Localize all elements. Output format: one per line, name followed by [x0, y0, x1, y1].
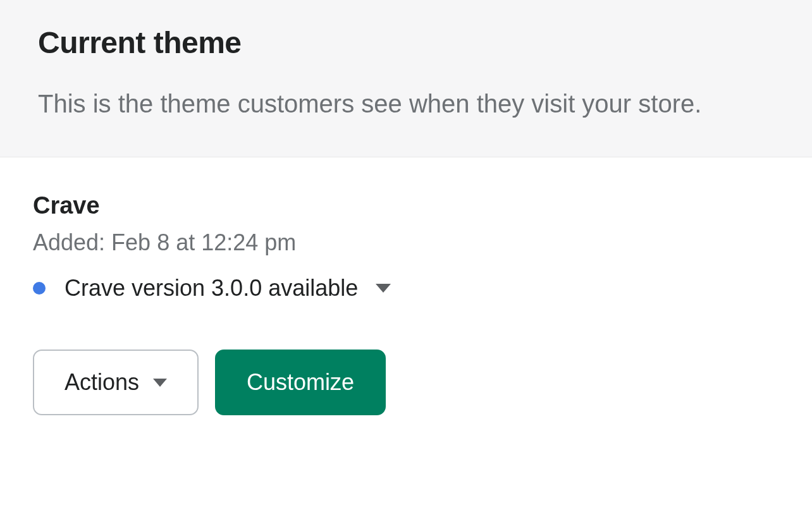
theme-name: Crave — [33, 192, 774, 219]
theme-added-timestamp: Added: Feb 8 at 12:24 pm — [33, 229, 774, 256]
section-subtitle: This is the theme customers see when the… — [38, 85, 774, 122]
actions-button-label: Actions — [65, 369, 139, 396]
caret-down-icon — [376, 284, 391, 293]
version-row: Crave version 3.0.0 available — [33, 275, 774, 301]
section-title: Current theme — [38, 25, 774, 60]
theme-content-section: Crave Added: Feb 8 at 12:24 pm Crave ver… — [0, 157, 812, 441]
status-dot-icon — [33, 282, 46, 295]
customize-button[interactable]: Customize — [215, 350, 386, 415]
actions-button[interactable]: Actions — [33, 350, 199, 415]
version-available-dropdown[interactable]: Crave version 3.0.0 available — [65, 275, 391, 301]
header-section: Current theme This is the theme customer… — [0, 0, 812, 157]
button-row: Actions Customize — [33, 350, 774, 415]
caret-down-icon — [153, 379, 167, 387]
customize-button-label: Customize — [247, 369, 354, 396]
version-text: Crave version 3.0.0 available — [65, 275, 358, 301]
